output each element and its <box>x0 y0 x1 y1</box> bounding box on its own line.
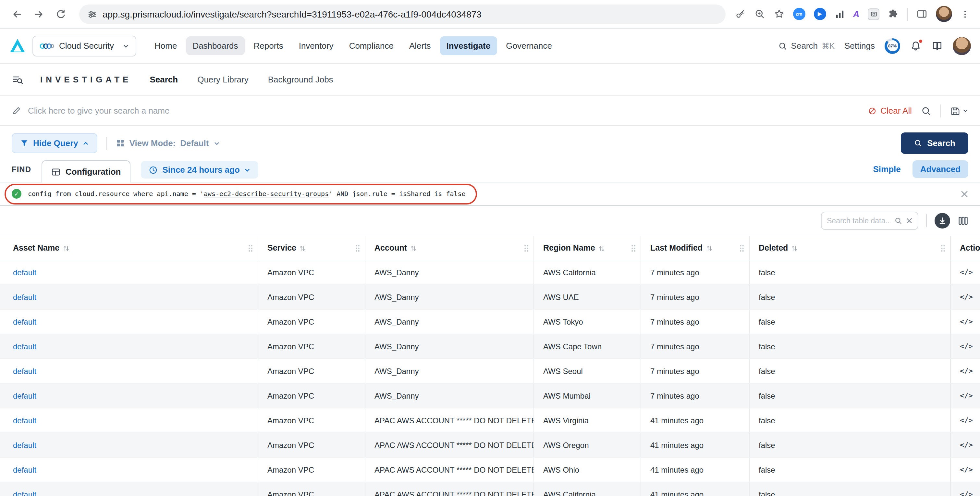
column-drag-handle[interactable] <box>248 244 253 252</box>
view-config-code-icon[interactable]: </> <box>960 342 973 351</box>
table-search-clear-icon[interactable] <box>906 217 913 224</box>
asset-link[interactable]: default <box>13 416 37 425</box>
asset-link[interactable]: default <box>13 292 37 301</box>
column-settings-icon[interactable] <box>958 215 968 226</box>
hide-query-button[interactable]: Hide Query <box>12 133 98 153</box>
view-config-code-icon[interactable]: </> <box>960 466 973 474</box>
extension-chart-icon[interactable] <box>834 9 845 19</box>
clear-all-button[interactable]: Clear All <box>867 106 912 116</box>
url-bar[interactable]: app.sg.prismacloud.io/investigate/search… <box>79 4 725 24</box>
forward-icon[interactable] <box>30 5 48 23</box>
sort-icon[interactable] <box>706 244 712 252</box>
browser-profile-avatar[interactable] <box>936 6 952 22</box>
passwords-key-icon[interactable] <box>734 8 745 19</box>
view-config-code-icon[interactable]: </> <box>960 317 973 326</box>
sort-icon[interactable] <box>410 244 417 252</box>
simple-mode-button[interactable]: Simple <box>865 160 908 178</box>
nav-item-home[interactable]: Home <box>148 37 183 55</box>
saved-searches-icon[interactable] <box>921 105 931 116</box>
tab-search[interactable]: Search <box>148 71 179 88</box>
extension-purple-icon[interactable]: A <box>853 9 859 19</box>
nav-item-inventory[interactable]: Inventory <box>293 37 340 55</box>
query-close-icon[interactable] <box>961 190 968 198</box>
tab-query-library[interactable]: Query Library <box>196 71 250 88</box>
search-name-placeholder[interactable]: Click here to give your search a name <box>28 106 169 116</box>
table-row[interactable]: default Amazon VPC AWS_Danny AWS Califor… <box>0 260 980 285</box>
table-row[interactable]: default Amazon VPC AWS_Danny AWS Cape To… <box>0 334 980 359</box>
asset-link[interactable]: default <box>13 268 37 277</box>
notifications-bell-icon[interactable] <box>910 40 921 52</box>
nav-item-governance[interactable]: Governance <box>500 37 558 55</box>
column-header-last-modified[interactable]: Last Modified <box>641 236 749 260</box>
query-text[interactable]: config from cloud.resource where api.nam… <box>28 190 466 197</box>
time-range-dropdown[interactable]: Since 24 hours ago <box>141 161 258 179</box>
column-header-deleted[interactable]: Deleted <box>749 236 951 260</box>
column-drag-handle[interactable] <box>739 244 745 252</box>
bookmark-star-icon[interactable] <box>773 8 784 19</box>
nav-item-compliance[interactable]: Compliance <box>343 37 400 55</box>
prisma-cloud-logo[interactable] <box>9 37 26 54</box>
table-row[interactable]: default Amazon VPC AWS_Danny AWS Tokyo 7… <box>0 310 980 334</box>
view-config-code-icon[interactable]: </> <box>960 416 973 424</box>
sort-icon[interactable] <box>598 244 605 252</box>
column-header-region-name[interactable]: Region Name <box>534 236 641 260</box>
site-settings-icon[interactable] <box>87 9 97 19</box>
asset-link[interactable]: default <box>13 367 37 376</box>
column-drag-handle[interactable] <box>524 244 529 252</box>
sort-icon[interactable] <box>299 244 306 252</box>
view-config-code-icon[interactable]: </> <box>960 367 973 375</box>
advanced-mode-button[interactable]: Advanced <box>913 160 968 178</box>
nav-item-investigate[interactable]: Investigate <box>440 37 497 55</box>
side-panel-icon[interactable] <box>916 8 928 19</box>
extension-zm-icon[interactable]: zm <box>793 8 805 20</box>
table-row[interactable]: default Amazon VPC AWS_Danny AWS UAE 7 m… <box>0 285 980 310</box>
view-config-code-icon[interactable]: </> <box>960 391 973 400</box>
view-config-code-icon[interactable]: </> <box>960 268 973 277</box>
usage-gauge[interactable]: 87% <box>885 38 900 54</box>
extensions-puzzle-icon[interactable] <box>888 8 899 19</box>
asset-link[interactable]: default <box>13 317 37 326</box>
view-mode-dropdown[interactable]: View Mode: Default <box>116 138 220 148</box>
nav-item-reports[interactable]: Reports <box>247 37 290 55</box>
column-header-asset-name[interactable]: Asset Name <box>0 236 258 260</box>
asset-link[interactable]: default <box>13 342 37 351</box>
view-config-code-icon[interactable]: </> <box>960 293 973 301</box>
search-button[interactable]: Search <box>900 132 968 154</box>
table-row[interactable]: default Amazon VPC APAC AWS ACCOUNT ****… <box>0 482 980 496</box>
global-search[interactable]: Search ⌘K <box>778 41 835 51</box>
column-header-account[interactable]: Account <box>365 236 534 260</box>
configuration-tab[interactable]: Configuration <box>41 160 130 182</box>
extension-play-icon[interactable]: ▶ <box>813 8 826 20</box>
table-search-icon[interactable] <box>894 217 902 225</box>
edit-pencil-icon[interactable] <box>12 106 21 116</box>
sort-icon[interactable] <box>791 244 798 252</box>
asset-link[interactable]: default <box>13 391 37 400</box>
table-row[interactable]: default Amazon VPC AWS_Danny AWS Mumbai … <box>0 384 980 408</box>
view-config-code-icon[interactable]: </> <box>960 441 973 449</box>
table-search-box[interactable] <box>821 212 918 230</box>
table-row[interactable]: default Amazon VPC APAC AWS ACCOUNT ****… <box>0 433 980 458</box>
zoom-page-icon[interactable] <box>754 8 765 19</box>
back-icon[interactable] <box>8 5 26 23</box>
nav-item-dashboards[interactable]: Dashboards <box>186 37 244 55</box>
table-row[interactable]: default Amazon VPC APAC AWS ACCOUNT ****… <box>0 408 980 433</box>
column-drag-handle[interactable] <box>355 244 360 252</box>
tab-background-jobs[interactable]: Background Jobs <box>267 71 334 88</box>
save-search-icon[interactable] <box>950 105 968 116</box>
download-csv-icon[interactable] <box>935 213 950 228</box>
browser-menu-kebab-icon[interactable] <box>961 9 970 19</box>
nav-item-alerts[interactable]: Alerts <box>403 37 437 55</box>
view-config-code-icon[interactable]: </> <box>960 490 973 496</box>
user-avatar[interactable] <box>953 37 971 55</box>
sort-icon[interactable] <box>63 244 69 252</box>
column-drag-handle[interactable] <box>631 244 636 252</box>
column-header-service[interactable]: Service <box>258 236 365 260</box>
extension-capture-icon[interactable] <box>868 8 880 20</box>
column-drag-handle[interactable] <box>940 244 946 252</box>
asset-link[interactable]: default <box>13 490 37 496</box>
learn-book-icon[interactable] <box>931 40 943 52</box>
product-selector[interactable]: Cloud Security <box>32 35 136 56</box>
table-row[interactable]: default Amazon VPC APAC AWS ACCOUNT ****… <box>0 458 980 482</box>
table-row[interactable]: default Amazon VPC AWS_Danny AWS Seoul 7… <box>0 359 980 384</box>
settings-link[interactable]: Settings <box>844 41 875 51</box>
